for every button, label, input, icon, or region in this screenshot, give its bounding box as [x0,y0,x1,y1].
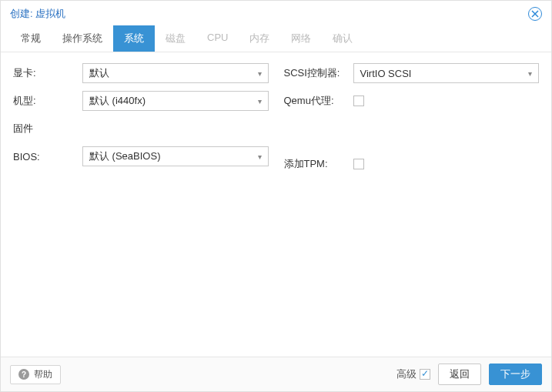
firmware-label: 固件 [13,122,82,136]
qemu-agent-checkbox[interactable] [353,95,364,106]
tpm-label: 添加TPM: [284,157,353,171]
graphics-select[interactable]: 默认 ▾ [82,63,269,83]
tab-network: 网络 [280,25,322,52]
qemu-agent-label: Qemu代理: [284,94,353,108]
tab-cpu: CPU [196,25,239,52]
tab-memory: 内存 [239,25,280,52]
footer-right: 高级 返回 下一步 [396,364,542,385]
tab-system[interactable]: 系统 [113,25,155,52]
bios-label: BIOS: [13,151,82,162]
scsi-value: VirtIO SCSI [360,68,412,79]
dialog-header: 创建: 虚拟机 [1,1,551,25]
tab-disk: 磁盘 [155,25,196,52]
content-panel: 显卡: 默认 ▾ 机型: 默认 (i440fx) ▾ 固件 BIOS: 默认 (… [1,52,551,357]
machine-select[interactable]: 默认 (i440fx) ▾ [82,91,269,111]
graphics-value: 默认 [89,66,109,80]
left-column: 显卡: 默认 ▾ 机型: 默认 (i440fx) ▾ 固件 BIOS: 默认 (… [13,63,269,346]
right-column: SCSI控制器: VirtIO SCSI ▾ Qemu代理: 添加TPM: [284,63,540,346]
advanced-checkbox[interactable] [420,369,430,380]
advanced-toggle[interactable]: 高级 [396,367,430,381]
next-button[interactable]: 下一步 [489,364,542,385]
chevron-down-icon: ▾ [528,69,532,78]
dialog-title: 创建: 虚拟机 [10,7,65,21]
chevron-down-icon: ▾ [258,97,262,106]
chevron-down-icon: ▾ [258,152,262,161]
bios-select[interactable]: 默认 (SeaBIOS) ▾ [82,146,269,166]
help-label: 帮助 [34,368,52,381]
dialog-footer: ? 帮助 高级 返回 下一步 [1,357,551,391]
chevron-down-icon: ▾ [258,69,262,78]
advanced-label: 高级 [396,367,417,381]
scsi-select[interactable]: VirtIO SCSI ▾ [353,63,540,83]
tab-os[interactable]: 操作系统 [52,25,113,52]
close-icon[interactable] [528,7,542,21]
machine-label: 机型: [13,94,82,108]
tpm-checkbox[interactable] [353,159,364,169]
back-button[interactable]: 返回 [438,364,481,385]
scsi-label: SCSI控制器: [284,66,353,80]
machine-value: 默认 (i440fx) [89,94,146,108]
help-icon: ? [18,369,29,380]
tab-bar: 常规 操作系统 系统 磁盘 CPU 内存 网络 确认 [1,25,551,52]
bios-value: 默认 (SeaBIOS) [89,149,160,163]
tab-general[interactable]: 常规 [10,25,52,52]
graphics-label: 显卡: [13,66,82,80]
help-button[interactable]: ? 帮助 [10,365,61,384]
tab-confirm: 确认 [322,25,363,52]
